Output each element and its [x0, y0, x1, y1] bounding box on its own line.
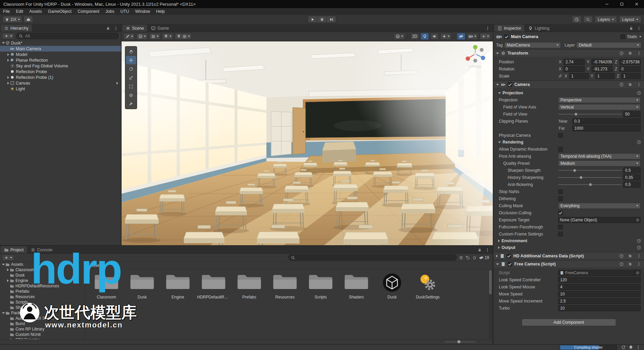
create-object-button[interactable]: [2, 33, 14, 39]
project-tree-item-classroom[interactable]: Classroom: [0, 267, 85, 273]
kebab-menu-icon[interactable]: [637, 26, 641, 31]
quality-preset-dropdown[interactable]: Medium: [558, 160, 641, 166]
help-icon[interactable]: [619, 254, 624, 258]
project-search[interactable]: [288, 254, 457, 261]
move-speed-field[interactable]: 10: [558, 291, 641, 297]
component-header-transform[interactable]: Transform: [493, 49, 644, 57]
layout-dropdown[interactable]: Layout: [619, 16, 641, 23]
project-tree-item-hdrpdefaultresources[interactable]: HDRPDefaultResources: [0, 283, 85, 289]
position-y-field[interactable]: -0.7642092: [591, 59, 613, 65]
hierarchy-item-reflection-probe-1[interactable]: Reflection Probe (1): [0, 74, 121, 80]
component-header-camera[interactable]: Camera: [493, 81, 644, 89]
tool-settings-dropdown[interactable]: [124, 33, 135, 40]
camera-settings-dropdown[interactable]: [467, 33, 478, 40]
foldout-open-icon[interactable]: [496, 84, 499, 86]
pivot-dropdown[interactable]: [136, 33, 148, 40]
hidden-packages-count[interactable]: 19: [479, 255, 490, 260]
notifications-icon[interactable]: [629, 345, 633, 350]
project-scrollbar[interactable]: [489, 269, 492, 339]
play-button[interactable]: [308, 16, 317, 23]
field-of-view-axis-dropdown[interactable]: Vertical: [558, 104, 641, 110]
menu-help[interactable]: Help: [153, 8, 168, 15]
project-tree-item-assets[interactable]: Assets: [0, 262, 85, 267]
static-dropdown-caret[interactable]: [639, 36, 641, 37]
help-icon[interactable]: [619, 262, 624, 266]
project-tree-item-packages[interactable]: Packages: [0, 310, 85, 316]
object-picker-icon[interactable]: [635, 270, 640, 276]
turbo-field[interactable]: 10: [558, 305, 641, 311]
anti-flickering-field[interactable]: 0.5: [623, 182, 641, 188]
history-sharpening-slider[interactable]: [558, 174, 622, 181]
foldout-open-icon[interactable]: [2, 264, 5, 265]
help-icon[interactable]: [637, 245, 641, 250]
chevron-right-icon[interactable]: [117, 82, 118, 85]
slider-thumb[interactable]: [573, 169, 576, 172]
kebab-icon[interactable]: [637, 51, 641, 56]
asset-shaders-folder[interactable]: Shaders: [340, 272, 373, 299]
tag-dropdown[interactable]: MainCamera: [504, 42, 561, 48]
foldout-open-icon[interactable]: [498, 141, 501, 143]
object-picker-icon[interactable]: [635, 217, 640, 223]
occlusion-culling-checkbox[interactable]: [558, 211, 563, 215]
menu-edit[interactable]: Edit: [13, 8, 26, 15]
project-tree-item-scripts[interactable]: Scripts: [0, 299, 85, 305]
hierarchy-item-canvas[interactable]: Canvas: [0, 80, 121, 86]
script-object-field[interactable]: FreeCamera: [558, 270, 641, 276]
foldout-open-icon[interactable]: [498, 92, 501, 94]
project-tree-item-dusk[interactable]: Dusk: [0, 273, 85, 278]
foldout-closed-icon[interactable]: [7, 76, 9, 79]
rect-tool-button[interactable]: [126, 82, 136, 91]
static-checkbox[interactable]: [620, 34, 625, 39]
scene-visibility-toggle[interactable]: [457, 33, 465, 40]
hierarchy-item-light[interactable]: Light: [0, 86, 121, 92]
kebab-icon[interactable]: [637, 82, 641, 87]
asset-scripts-folder[interactable]: Scripts: [304, 272, 337, 299]
search-by-type-icon[interactable]: [459, 255, 463, 260]
foldout-open-icon[interactable]: [2, 312, 5, 314]
post-anti-aliasing-dropdown[interactable]: Temporal Anti-aliasing (TAA): [558, 153, 641, 159]
help-icon[interactable]: [619, 82, 624, 87]
preset-icon[interactable]: [628, 254, 633, 258]
position-z-field[interactable]: -2.575736: [619, 59, 641, 65]
project-search-input[interactable]: [297, 255, 454, 260]
foldout-closed-icon[interactable]: [7, 82, 9, 85]
look-speed-mouse-field[interactable]: 4: [558, 284, 641, 290]
hierarchy-item-main-camera[interactable]: Main Camera: [0, 46, 121, 52]
maximize-button[interactable]: [614, 0, 629, 8]
help-icon[interactable]: [637, 140, 641, 145]
view-tool-button[interactable]: [126, 47, 136, 56]
menu-file[interactable]: File: [0, 8, 13, 15]
kebab-menu-icon[interactable]: [485, 248, 490, 252]
dithering-checkbox[interactable]: [558, 196, 563, 201]
version-control-dropdown[interactable]: DX: [3, 16, 22, 23]
projection-mode-label[interactable]: Persp: [472, 64, 481, 68]
hierarchy-item-sky-and-fog-global-volume[interactable]: Sky and Fog Global Volume: [0, 63, 121, 69]
foldout-open-icon[interactable]: [2, 42, 5, 44]
kebab-menu-icon[interactable]: [114, 26, 118, 31]
field-of-view-field[interactable]: 50: [623, 111, 641, 117]
exposure-target-object-field[interactable]: None (Game Object): [558, 217, 641, 223]
foldout-open-icon[interactable]: [496, 263, 499, 265]
scene-audio-toggle[interactable]: [430, 33, 439, 40]
custom-frame-settings-checkbox[interactable]: [558, 232, 563, 236]
scale-z-field[interactable]: 1: [621, 73, 641, 79]
foldout-open-icon[interactable]: [496, 53, 499, 54]
project-tree-item-shaders[interactable]: Shaders: [0, 305, 85, 310]
asset-hdrpdefaultres-folder[interactable]: HDRPDefaultRes...: [197, 272, 230, 299]
menu-window[interactable]: Window: [132, 8, 153, 15]
kebab-menu-icon[interactable]: [485, 26, 490, 31]
component-header-free-camera-script[interactable]: Free Camera (Script): [493, 260, 644, 268]
menu-component[interactable]: Component: [74, 8, 102, 15]
projection-dropdown[interactable]: Perspective: [558, 97, 641, 103]
physical-camera-checkbox[interactable]: [558, 133, 563, 138]
preset-icon[interactable]: [628, 82, 633, 87]
cloud-button[interactable]: [24, 16, 33, 23]
rotation-y-field[interactable]: -91.273: [591, 66, 613, 72]
pause-button[interactable]: [317, 16, 327, 23]
sharpen-strength-slider[interactable]: [558, 167, 622, 173]
slider-thumb[interactable]: [579, 176, 583, 179]
project-tree-item-resources[interactable]: Resources: [0, 294, 85, 299]
scene-viewport[interactable]: ‹ Persp: [122, 41, 493, 245]
hierarchy-search[interactable]: [16, 33, 119, 39]
gameobject-enabled-checkbox[interactable]: [504, 34, 509, 39]
